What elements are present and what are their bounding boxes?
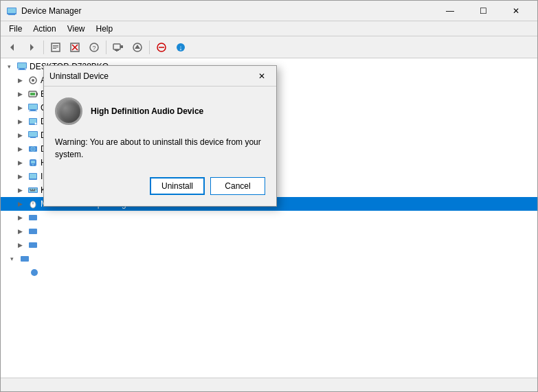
window-icon xyxy=(6,5,17,16)
dialog-overlay: Uninstall Device ✕ High Definition Audio… xyxy=(1,58,537,378)
update-driver-button[interactable] xyxy=(128,38,146,56)
toolbar: ? ↓ xyxy=(1,36,537,58)
toolbar-sep-1 xyxy=(43,41,44,54)
svg-rect-1 xyxy=(8,8,16,13)
disable-button[interactable] xyxy=(153,38,170,56)
minimize-button[interactable]: — xyxy=(434,1,466,21)
device-row: High Definition Audio Device xyxy=(55,97,265,125)
device-audio-icon xyxy=(55,97,82,125)
content-area: ▾ DESKTOP-D738BKQ ▶ xyxy=(1,58,537,378)
close-button[interactable]: ✕ xyxy=(500,1,532,21)
svg-rect-2 xyxy=(9,14,14,14)
svg-marker-5 xyxy=(30,44,34,51)
help-button[interactable]: ? xyxy=(85,38,103,56)
properties-button[interactable] xyxy=(47,38,65,56)
title-bar: Device Manager — ☐ ✕ xyxy=(1,1,537,21)
svg-rect-9 xyxy=(53,48,56,49)
svg-rect-15 xyxy=(113,44,120,49)
svg-rect-16 xyxy=(120,45,123,48)
dialog-body: High Definition Audio Device Warning: Yo… xyxy=(44,87,276,206)
svg-text:?: ? xyxy=(92,45,96,51)
dialog-buttons: Uninstall Cancel xyxy=(55,177,265,195)
svg-marker-20 xyxy=(135,45,140,49)
dialog-title: Uninstall Device xyxy=(49,71,253,81)
scan-changes-button[interactable] xyxy=(109,38,127,56)
add-driver-button[interactable]: ↓ xyxy=(172,38,190,56)
cancel-button[interactable]: Cancel xyxy=(210,177,265,195)
uninstall-button[interactable] xyxy=(66,38,84,56)
menu-file[interactable]: File xyxy=(3,23,27,35)
device-name-label: High Definition Audio Device xyxy=(91,106,203,116)
uninstall-confirm-button[interactable]: Uninstall xyxy=(150,177,205,195)
restore-button[interactable]: ☐ xyxy=(467,1,499,21)
svg-rect-17 xyxy=(115,49,119,51)
dialog-close-button[interactable]: ✕ xyxy=(253,68,271,84)
back-button[interactable] xyxy=(3,38,21,56)
dialog-warning-text: Warning: You are about to uninstall this… xyxy=(55,136,265,161)
dialog-title-bar: Uninstall Device ✕ xyxy=(44,66,276,87)
menu-bar: File Action View Help xyxy=(1,21,537,36)
device-manager-window: Device Manager — ☐ ✕ File Action View He… xyxy=(0,0,538,392)
menu-view[interactable]: View xyxy=(62,23,91,35)
window-title: Device Manager xyxy=(21,6,434,16)
forward-button[interactable] xyxy=(23,38,41,56)
menu-help[interactable]: Help xyxy=(91,23,119,35)
menu-action[interactable]: Action xyxy=(27,23,61,35)
svg-rect-3 xyxy=(8,14,15,15)
svg-rect-7 xyxy=(53,45,58,46)
svg-text:↓: ↓ xyxy=(179,43,183,51)
svg-rect-8 xyxy=(53,47,58,47)
toolbar-sep-3 xyxy=(149,41,150,54)
svg-marker-4 xyxy=(10,44,14,51)
uninstall-dialog: Uninstall Device ✕ High Definition Audio… xyxy=(43,65,277,207)
svg-rect-18 xyxy=(116,51,117,51)
title-bar-controls: — ☐ ✕ xyxy=(434,1,532,21)
toolbar-sep-2 xyxy=(106,41,107,54)
status-bar xyxy=(1,378,537,391)
